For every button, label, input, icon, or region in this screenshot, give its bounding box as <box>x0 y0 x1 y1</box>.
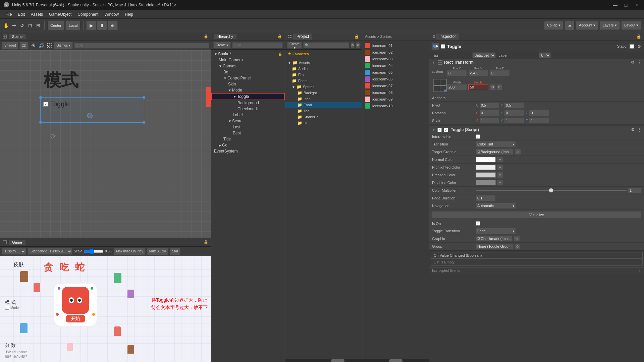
inspector-lock-icon[interactable]: 🔒 <box>636 34 641 39</box>
proj-ui[interactable]: 📁 UI <box>285 120 362 126</box>
inspector-gear-icon[interactable]: ⚙ <box>637 44 641 49</box>
toggle-transition-dropdown[interactable]: Fade ▾ <box>476 228 516 234</box>
rot-x-input[interactable] <box>479 110 499 116</box>
start-button[interactable]: 开始 <box>66 315 85 322</box>
proj-sprites[interactable]: ▼ 📁 Sprites <box>285 84 362 90</box>
handle-tl[interactable] <box>39 96 42 99</box>
sprite-item-05[interactable]: icecream-05 <box>362 69 429 76</box>
gizmos-button[interactable]: Gizmos ▾ <box>54 42 73 49</box>
intercepted-expand-icon[interactable]: ▼ <box>638 269 641 273</box>
sprite-item-09[interactable]: icecream-09 <box>362 96 429 103</box>
group-select-icon[interactable]: ◎ <box>515 243 521 249</box>
scale-slider[interactable] <box>84 249 104 253</box>
hier-item-mode[interactable]: ▼ Mode <box>211 87 285 93</box>
resolution-select[interactable]: Standalone (1280x720) <box>28 248 72 255</box>
display-select[interactable]: Display 1 <box>2 248 26 255</box>
proj-audio[interactable]: 📁 Audio <box>285 66 362 72</box>
rotate-tool[interactable]: ↺ <box>19 22 25 29</box>
target-graphic-dropdown[interactable]: 🖼 Background (Ima... <box>476 149 514 155</box>
proj-snakepa[interactable]: 📁 SnakePa... <box>285 114 362 120</box>
color-multiplier-input[interactable] <box>628 187 641 193</box>
hier-item-bg[interactable]: Bg <box>211 69 285 75</box>
hier-item-title[interactable]: Title <box>211 136 285 142</box>
hier-item-snake[interactable]: ▼ Snake* 🔒 <box>211 51 285 57</box>
project-scrollbar[interactable] <box>285 359 362 362</box>
disabled-color-swatch[interactable] <box>476 180 496 185</box>
sprite-item-01[interactable]: icecream-01 <box>362 42 429 49</box>
proj-assets-header[interactable]: ▼ 📁 Assets <box>285 60 362 66</box>
hierarchy-create-button[interactable]: Create ▾ <box>213 42 231 49</box>
rect-tool[interactable]: ⊞ <box>35 22 42 29</box>
transition-dropdown[interactable]: Color Tint ▾ <box>476 141 516 147</box>
scene-search-input[interactable] <box>74 43 209 49</box>
toggle-script-enabled2-checkbox[interactable]: ✓ <box>444 128 448 132</box>
toggle-circle-handle[interactable] <box>87 113 93 118</box>
mute-audio-button[interactable]: Mute Audio <box>147 248 168 255</box>
visualize-button[interactable]: Visualize <box>432 211 641 219</box>
account-button[interactable]: Account ▾ <box>576 21 598 30</box>
static-checkbox[interactable] <box>630 44 634 49</box>
lighting-icon[interactable]: ☀ <box>30 42 37 49</box>
pos-y-input[interactable] <box>468 70 488 76</box>
maximize-on-play-button[interactable]: Maximize On Play <box>114 248 146 255</box>
audio-icon[interactable]: 🔊 <box>38 42 45 49</box>
hier-item-background[interactable]: Background <box>211 100 285 106</box>
proj-icon[interactable]: 📁 Icon <box>285 96 362 102</box>
r-button[interactable]: R <box>496 84 502 90</box>
menu-component[interactable]: Component <box>75 11 101 17</box>
handle-tr[interactable] <box>143 96 145 99</box>
game-tab[interactable]: Game <box>9 240 25 245</box>
scene-tab[interactable]: Scene <box>9 34 26 39</box>
hier-item-best[interactable]: Best <box>211 130 285 136</box>
pos-x-input[interactable] <box>447 70 467 76</box>
highlighted-color-picker-icon[interactable]: ✏ <box>497 164 503 170</box>
is-on-checkbox[interactable]: ✓ <box>476 221 480 226</box>
color-multiplier-slider[interactable] <box>476 190 627 191</box>
proj-fbx[interactable]: 📁 Fbx <box>285 72 362 78</box>
rot-z-input[interactable] <box>529 110 549 116</box>
hier-item-score[interactable]: ▼ Score <box>211 118 285 124</box>
hier-item-last[interactable]: Last <box>211 124 285 130</box>
proj-tool[interactable]: 📁 Tool <box>285 108 362 114</box>
2d-button[interactable]: 2D <box>19 42 29 49</box>
toggle-script-header[interactable]: ▼ ✓ ✓ Toggle (Script) ⚙ ⋮ <box>429 126 644 133</box>
layout-button[interactable]: Layout ▾ <box>621 21 641 30</box>
layer-select[interactable]: UI <box>539 52 551 58</box>
scene-view[interactable]: 模式 ✓ Toggle <box>0 50 211 238</box>
pressed-color-swatch[interactable] <box>476 172 496 178</box>
game-lock-icon[interactable]: 🔒 <box>204 240 208 244</box>
menu-window[interactable]: Window <box>102 11 121 17</box>
collab-button[interactable]: Collab ▾ <box>544 21 564 30</box>
hand-tool[interactable]: ✋ <box>3 22 9 29</box>
width-input[interactable] <box>447 84 467 90</box>
sprite-item-02[interactable]: icecream-02 <box>362 49 429 56</box>
project-tab[interactable]: Project <box>293 34 312 40</box>
proj-background[interactable]: 📁 Backgro... <box>285 90 362 96</box>
rect-transform-overflow-icon[interactable]: ⋮ <box>637 60 641 65</box>
constrain-proportions-icon[interactable]: ⊡ <box>490 84 496 90</box>
proj-food[interactable]: 📁 Food <box>285 102 362 108</box>
fade-duration-input[interactable] <box>476 195 496 201</box>
scene-lock-icon[interactable]: 🔒 <box>204 34 208 39</box>
maximize-button[interactable]: □ <box>622 1 630 9</box>
menu-edit[interactable]: Edit <box>15 11 28 17</box>
effects-icon[interactable]: 🖼 <box>46 42 53 49</box>
sprites-scrollbar[interactable] <box>362 359 429 362</box>
toggle-selection-box[interactable]: ✓ Toggle <box>40 97 144 123</box>
local-button[interactable]: Local <box>66 21 80 30</box>
hier-item-eventsystem[interactable]: EventSystem <box>211 148 285 154</box>
graphic-select-icon[interactable]: ◎ <box>514 236 520 242</box>
hierarchy-search-input[interactable] <box>232 42 283 48</box>
toggle-enabled-checkbox[interactable]: ✓ <box>441 44 445 49</box>
center-button[interactable]: Center <box>47 21 64 30</box>
toggle-script-gear-icon[interactable]: ⚙ <box>631 127 635 132</box>
project-create-button[interactable]: Create ▾ <box>287 42 302 49</box>
normal-color-picker-icon[interactable]: ✏ <box>497 157 503 163</box>
tag-select[interactable]: Untagged <box>472 52 496 58</box>
sprite-item-07[interactable]: icecream-07 <box>362 82 429 89</box>
move-tool[interactable]: ✛ <box>11 22 17 29</box>
toggle-checkbox[interactable]: ✓ <box>43 102 48 107</box>
handle-br[interactable] <box>143 121 145 124</box>
sprite-item-08[interactable]: icecream-08 <box>362 89 429 96</box>
stats-button[interactable]: Stat <box>170 248 180 255</box>
